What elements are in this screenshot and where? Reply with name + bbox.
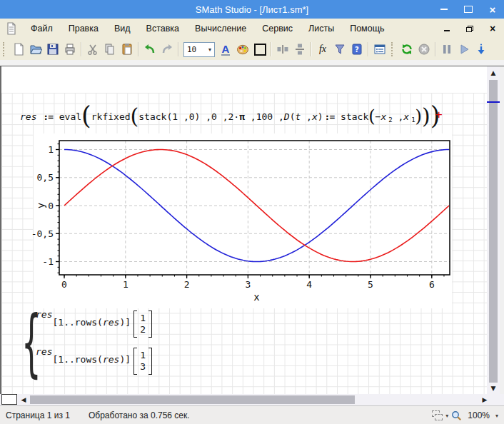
filter-button[interactable] xyxy=(331,41,348,58)
column-vector: 12 xyxy=(133,311,152,338)
toolbar-separator xyxy=(81,42,82,56)
clipboard-icon xyxy=(121,43,133,56)
formula-token: x xyxy=(312,111,318,122)
formula-token: stack xyxy=(341,111,368,122)
font-button[interactable]: A xyxy=(217,41,234,58)
formula[interactable]: res := eval(rkfixed(stack(1 ,0) ,0 ,2·π … xyxy=(20,104,440,129)
font-size-combo[interactable]: 10 ▾ xyxy=(183,42,215,57)
formula-token: ( xyxy=(290,111,296,122)
x-tick-label: 5 xyxy=(368,279,373,290)
menu-insert[interactable]: Вставка xyxy=(138,19,187,39)
formula-token: ,0 ,2· xyxy=(200,111,239,122)
toolbar-separator xyxy=(311,42,312,56)
undo-button[interactable] xyxy=(141,41,158,58)
right-gap xyxy=(500,66,504,394)
title-bar[interactable]: SMath Studio - [Лист1.sm*] × xyxy=(0,0,504,19)
toolbar-grip[interactable] xyxy=(391,42,396,56)
formula-token: 1 xyxy=(411,116,415,123)
minimize-icon xyxy=(440,9,448,10)
x-axis-title: x xyxy=(253,291,259,303)
recalculate-button[interactable] xyxy=(398,41,415,58)
zoom-level[interactable]: 100% xyxy=(468,410,490,420)
new-file-button[interactable] xyxy=(10,41,27,58)
copy-button[interactable] xyxy=(101,41,119,58)
open-file-button[interactable] xyxy=(27,41,44,58)
formula-token: ( xyxy=(368,109,375,123)
pause-button[interactable] xyxy=(438,41,455,58)
x-tick-label: 3 xyxy=(245,279,251,290)
formula-token: ( xyxy=(81,106,91,127)
window-close-button[interactable]: × xyxy=(487,4,498,15)
toolbar-separator xyxy=(368,42,369,56)
menu-help[interactable]: Помощь xyxy=(342,19,392,39)
plot-region[interactable]: 012345610,50-0,5-1xy xyxy=(24,133,452,308)
result-vectors-region[interactable]: { res[1..rows(res)]12res[1..rows(res)]13 xyxy=(24,309,152,380)
result-vector-row[interactable]: res[1..rows(res)]13 xyxy=(36,346,152,380)
menu-bar: Файл Правка Вид Вставка Вычисление Серви… xyxy=(0,19,504,39)
vertical-scrollbar[interactable]: ▲ ▼ xyxy=(487,66,500,394)
align-horizontal-button[interactable] xyxy=(274,41,291,58)
page-indicator: Страница 1 из 1 xyxy=(6,410,70,420)
run-button[interactable] xyxy=(455,41,473,58)
child-close-button[interactable]: × xyxy=(487,23,498,34)
toolbar-grip[interactable] xyxy=(3,42,8,56)
align-vertical-button[interactable] xyxy=(291,41,308,58)
cut-button[interactable] xyxy=(84,41,101,58)
color-button[interactable] xyxy=(234,41,251,58)
menu-view[interactable]: Вид xyxy=(106,19,138,39)
toolbar-separator xyxy=(435,42,436,56)
debug-step-button[interactable] xyxy=(473,41,490,58)
window-maximize-button[interactable] xyxy=(463,4,474,15)
magnifier-icon[interactable] xyxy=(451,410,462,421)
scroll-down-arrow-icon[interactable]: ▼ xyxy=(487,383,500,393)
chevron-down-icon[interactable]: ▾ xyxy=(495,413,498,419)
chevron-down-icon[interactable]: ▾ xyxy=(445,413,448,419)
redo-button[interactable] xyxy=(158,41,176,58)
scroll-left-arrow-icon[interactable]: ◀ xyxy=(19,394,29,405)
book-question-icon: ? xyxy=(351,43,363,56)
scroll-up-arrow-icon[interactable]: ▲ xyxy=(487,68,500,78)
worksheet[interactable]: res := eval(rkfixed(stack(1 ,0) ,0 ,2·π … xyxy=(1,66,487,394)
reference-book-button[interactable]: ? xyxy=(348,41,366,58)
formula-token: , xyxy=(393,111,404,122)
window-title: SMath Studio - [Лист1.sm*] xyxy=(196,4,308,15)
vertical-scrollbar-thumb[interactable] xyxy=(489,80,498,383)
child-minimize-button[interactable] xyxy=(441,23,453,34)
cursor-position-marker xyxy=(487,101,500,103)
page-layout-icon[interactable] xyxy=(432,410,443,420)
document-icon[interactable] xyxy=(6,22,17,35)
menu-edit[interactable]: Правка xyxy=(61,19,106,39)
window-minimize-button[interactable] xyxy=(438,4,450,15)
interrupt-button[interactable] xyxy=(415,41,433,58)
formula-token: D xyxy=(284,111,290,122)
paste-button[interactable] xyxy=(119,41,136,58)
formula-token: := xyxy=(36,111,59,122)
toolbar-separator xyxy=(178,42,179,56)
sheet-corner-box[interactable] xyxy=(1,394,17,405)
close-icon: × xyxy=(490,24,495,34)
show-definitions-button[interactable] xyxy=(371,41,388,58)
horizontal-scrollbar-thumb[interactable] xyxy=(30,395,355,404)
insertion-cursor[interactable]: + xyxy=(435,108,443,121)
status-bar: Страница 1 из 1 Обработано за 0.756 сек.… xyxy=(0,405,504,424)
menu-file[interactable]: Файл xyxy=(23,19,61,39)
function-button[interactable]: fx xyxy=(314,41,331,58)
horizontal-scrollbar[interactable]: ◀ ▶ xyxy=(0,394,504,405)
formula-token: rkfixed xyxy=(91,111,131,122)
menu-sheets[interactable]: Листы xyxy=(301,19,342,39)
close-icon: × xyxy=(490,4,496,15)
formula-token: ) xyxy=(415,109,422,123)
print-button[interactable] xyxy=(61,41,79,58)
formula-token: res xyxy=(20,111,36,122)
save-button[interactable] xyxy=(44,41,61,58)
chevron-down-icon[interactable]: ▾ xyxy=(206,46,214,53)
result-vector-row[interactable]: res[1..rows(res)]12 xyxy=(36,309,152,343)
child-restore-button[interactable] xyxy=(464,23,475,34)
formula-token: ,100 , xyxy=(245,111,284,122)
menu-tools[interactable]: Сервис xyxy=(254,19,301,39)
x-tick-label: 6 xyxy=(429,279,435,290)
menu-calculation[interactable]: Вычисление xyxy=(187,19,254,39)
scroll-right-arrow-icon[interactable]: ▶ xyxy=(480,394,490,405)
fx-icon: fx xyxy=(319,44,326,55)
border-button[interactable] xyxy=(251,41,268,58)
